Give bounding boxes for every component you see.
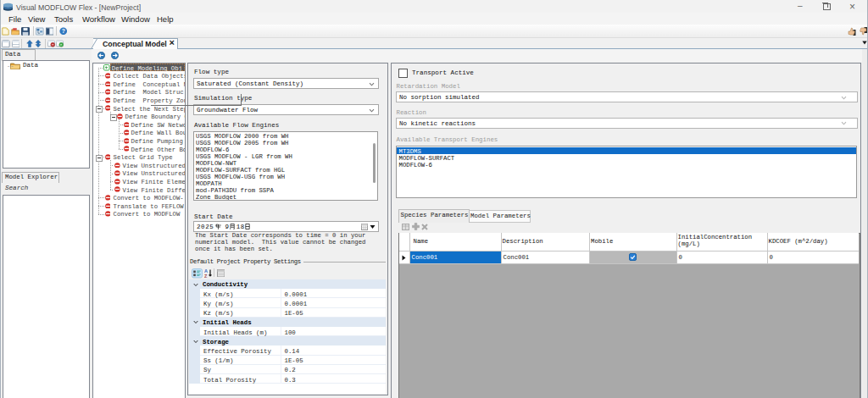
svg-text:?: ? <box>61 28 64 34</box>
svg-text:Z: Z <box>204 274 208 279</box>
